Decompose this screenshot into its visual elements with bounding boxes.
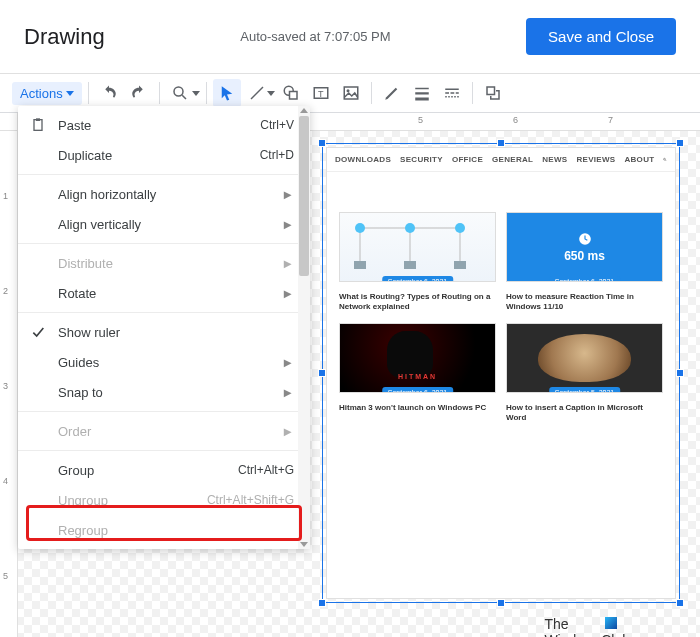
menu-distribute: Distribute ► xyxy=(18,248,310,278)
menu-label: Ungroup xyxy=(58,493,207,508)
svg-rect-14 xyxy=(450,92,454,94)
menu-paste[interactable]: Paste Ctrl+V xyxy=(18,110,310,140)
svg-point-29 xyxy=(405,223,415,233)
svg-rect-33 xyxy=(454,261,466,269)
site-navbar: DOWNLOADS SECURITY OFFICE GENERAL NEWS R… xyxy=(327,148,675,172)
submenu-arrow-icon: ► xyxy=(281,424,294,439)
undo-button[interactable] xyxy=(95,79,123,107)
watermark: The WindowsClub xyxy=(544,617,630,637)
ruler-tick: 7 xyxy=(608,115,613,125)
logo-square-icon xyxy=(605,617,617,629)
dialog-title: Drawing xyxy=(24,24,105,50)
menu-shortcut: Ctrl+D xyxy=(260,148,294,162)
separator xyxy=(159,82,160,104)
embedded-screenshot: DOWNLOADS SECURITY OFFICE GENERAL NEWS R… xyxy=(326,147,676,599)
menu-order: Order ► xyxy=(18,416,310,446)
resize-handle[interactable] xyxy=(318,139,326,147)
submenu-arrow-icon: ► xyxy=(281,286,294,301)
article-title: Hitman 3 won't launch on Windows PC xyxy=(339,403,496,413)
menu-shortcut: Ctrl+Alt+Shift+G xyxy=(207,493,294,507)
checkmark-icon xyxy=(30,324,46,340)
separator xyxy=(206,82,207,104)
submenu-arrow-icon: ► xyxy=(281,256,294,271)
separator xyxy=(472,82,473,104)
menu-guides[interactable]: Guides ► xyxy=(18,347,310,377)
autosave-status: Auto-saved at 7:07:05 PM xyxy=(240,29,390,44)
menu-snap-to[interactable]: Snap to ► xyxy=(18,377,310,407)
resize-handle[interactable] xyxy=(318,599,326,607)
menu-label: Paste xyxy=(58,118,260,133)
vertical-ruler: 1 2 3 4 5 xyxy=(0,131,18,637)
ruler-tick: 2 xyxy=(3,286,8,296)
watermark-line: WindowsClub xyxy=(544,632,630,637)
search-icon xyxy=(663,154,667,165)
menu-label: Regroup xyxy=(58,523,294,538)
resize-handle[interactable] xyxy=(497,599,505,607)
caret-down-icon xyxy=(192,89,200,97)
svg-line-2 xyxy=(251,87,263,99)
article-card: HITMAN September 6, 2021 Hitman 3 won't … xyxy=(339,323,496,424)
shape-tool[interactable] xyxy=(277,79,305,107)
textbox-tool[interactable]: T xyxy=(307,79,335,107)
date-badge: September 6, 2021 xyxy=(382,276,454,282)
caret-down-icon xyxy=(267,89,275,97)
nav-item: ABOUT xyxy=(624,155,654,164)
nav-item: SECURITY xyxy=(400,155,443,164)
nav-item: REVIEWS xyxy=(576,155,615,164)
separator xyxy=(371,82,372,104)
ruler-tick: 3 xyxy=(3,381,8,391)
article-cards: September 6, 2021 What is Routing? Types… xyxy=(327,172,675,436)
menu-duplicate[interactable]: Duplicate Ctrl+D xyxy=(18,140,310,170)
menu-divider xyxy=(18,411,310,412)
resize-handle[interactable] xyxy=(676,139,684,147)
resize-handle[interactable] xyxy=(497,139,505,147)
svg-rect-9 xyxy=(415,88,429,90)
menu-ungroup: Ungroup Ctrl+Alt+Shift+G xyxy=(18,485,310,515)
svg-rect-32 xyxy=(404,261,416,269)
selected-object[interactable]: DOWNLOADS SECURITY OFFICE GENERAL NEWS R… xyxy=(322,143,680,603)
redo-button[interactable] xyxy=(125,79,153,107)
pen-tool[interactable] xyxy=(378,79,406,107)
menu-divider xyxy=(18,312,310,313)
resize-handle[interactable] xyxy=(676,369,684,377)
resize-handle[interactable] xyxy=(318,369,326,377)
menu-label: Order xyxy=(58,424,281,439)
svg-line-23 xyxy=(666,160,667,161)
svg-rect-12 xyxy=(445,89,459,91)
menu-show-ruler[interactable]: Show ruler xyxy=(18,317,310,347)
zoom-button[interactable] xyxy=(166,79,194,107)
resize-handle[interactable] xyxy=(676,599,684,607)
svg-text:T: T xyxy=(318,89,324,99)
actions-menu-button[interactable]: Actions xyxy=(12,82,82,105)
submenu-arrow-icon: ► xyxy=(281,355,294,370)
date-badge: September 6, 2021 xyxy=(382,387,454,393)
format-options-tool[interactable] xyxy=(479,79,507,107)
menu-align-horizontal[interactable]: Align horizontally ► xyxy=(18,179,310,209)
save-and-close-button[interactable]: Save and Close xyxy=(526,18,676,55)
line-weight-tool[interactable] xyxy=(408,79,436,107)
menu-label: Duplicate xyxy=(58,148,260,163)
header: Drawing Auto-saved at 7:07:05 PM Save an… xyxy=(0,0,700,73)
menu-group[interactable]: Group Ctrl+Alt+G xyxy=(18,455,310,485)
article-title: How to insert a Caption in Microsoft Wor… xyxy=(506,403,663,424)
select-tool[interactable] xyxy=(213,79,241,107)
date-badge: September 6, 2021 xyxy=(549,276,621,282)
ruler-tick: 6 xyxy=(513,115,518,125)
svg-rect-11 xyxy=(415,98,429,101)
menu-label: Align vertically xyxy=(58,217,281,232)
image-tool[interactable] xyxy=(337,79,365,107)
menu-divider xyxy=(18,243,310,244)
article-title: What is Routing? Types of Routing on a N… xyxy=(339,292,496,313)
ruler-tick: 5 xyxy=(3,571,8,581)
menu-rotate[interactable]: Rotate ► xyxy=(18,278,310,308)
line-dash-tool[interactable] xyxy=(438,79,466,107)
menu-label: Align horizontally xyxy=(58,187,281,202)
menu-label: Rotate xyxy=(58,286,281,301)
svg-point-0 xyxy=(174,87,183,96)
article-card: September 6, 2021 What is Routing? Types… xyxy=(339,212,496,313)
article-card: September 5, 2021 How to insert a Captio… xyxy=(506,323,663,424)
watermark-line: The xyxy=(544,616,568,632)
menu-align-vertical[interactable]: Align vertically ► xyxy=(18,209,310,239)
svg-rect-15 xyxy=(455,92,458,94)
article-card: 650 ms September 6, 2021 How to measure … xyxy=(506,212,663,313)
